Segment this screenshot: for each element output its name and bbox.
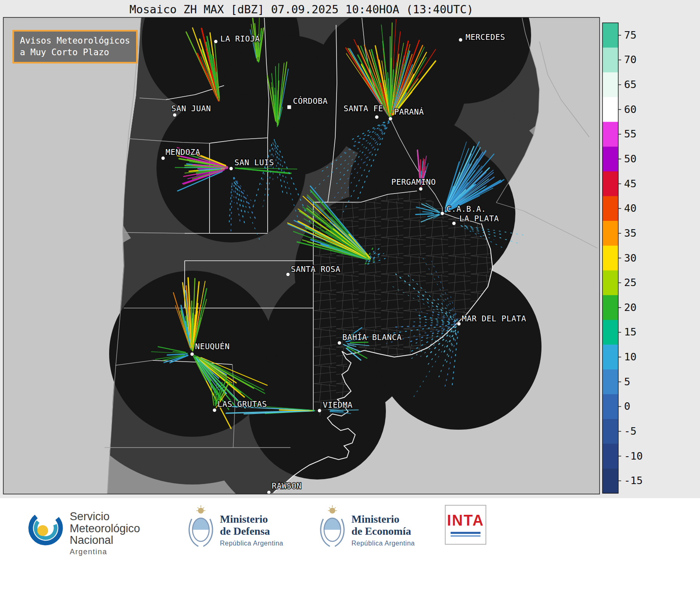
colorbar-cell <box>602 394 618 419</box>
colorbar-tick-label: 70 <box>624 54 637 66</box>
defensa-sub: República Argentina <box>220 540 283 547</box>
warning-line2: a Muy Corto Plazo <box>20 46 130 58</box>
colorbar: 757065605550454035302520151050-5-10-15 <box>602 23 643 494</box>
colorbar-tick-label: 35 <box>624 227 637 239</box>
city-label: SANTA ROSA <box>291 264 340 274</box>
city-marker <box>419 187 423 191</box>
city-label: LA RIOJA <box>220 34 260 43</box>
echo-streak <box>330 411 343 411</box>
echo-streak <box>214 387 215 401</box>
colorbar-cell <box>602 221 618 246</box>
colorbar-tick-label: 10 <box>624 351 637 363</box>
smn-line2: Meteorológico <box>70 523 140 535</box>
city-marker <box>452 222 456 225</box>
city-marker <box>229 167 233 171</box>
colorbar-tick-label: -5 <box>624 425 637 437</box>
city-marker <box>375 115 379 119</box>
defensa-coat-of-arms-icon <box>186 504 216 554</box>
city-marker <box>213 409 217 412</box>
colorbar-tick-label: 25 <box>624 276 637 289</box>
page-title: Mosaico ZH MAX [dBZ] 07.09.2025 10:40HOA… <box>3 3 600 16</box>
echo-streak <box>192 305 192 342</box>
city-label: C.A.B.A. <box>446 204 486 213</box>
city-label: MERCEDES <box>466 32 505 42</box>
city-label: SAN JUAN <box>171 104 211 113</box>
city-label: LAS GRUTAS <box>217 399 267 409</box>
smn-sub: Argentina <box>70 548 140 556</box>
colorbar-tick-label: -15 <box>624 475 643 487</box>
city: LA RIOJA <box>214 34 260 44</box>
warning-line1: Avisos Meteorológicos <box>20 35 130 46</box>
colorbar-tick-label: -10 <box>624 450 643 462</box>
city-label: LA PLATA <box>459 214 499 223</box>
colorbar-cell <box>602 270 618 295</box>
defensa-line2: de Defensa <box>220 525 283 537</box>
colorbar-cell <box>602 171 618 196</box>
radar-mosaic-page: LA RIOJAMERCEDESSAN JUANCÓRDOBASANTA FEP… <box>0 0 700 597</box>
city-label: SAN LUIS <box>234 158 274 167</box>
colorbar-cell <box>602 444 618 469</box>
colorbar-tick-label: 45 <box>624 178 637 190</box>
colorbar-cell <box>602 48 618 73</box>
warning-banner: Avisos Meteorológicos a Muy Corto Plazo <box>12 30 138 64</box>
smn-line3: Nacional <box>70 534 140 546</box>
colorbar-tick-label: 55 <box>624 128 637 140</box>
city-marker <box>338 341 341 345</box>
echo-streak <box>350 342 368 343</box>
echo-streak <box>416 214 434 215</box>
footer: Servicio Meteorológico Nacional Argentin… <box>0 498 700 597</box>
city-marker <box>286 273 290 276</box>
colorbar-cell <box>602 23 618 48</box>
colorbar-cell <box>602 72 618 97</box>
colorbar-cell <box>602 345 618 369</box>
smn-logo <box>25 507 66 549</box>
colorbar-tick-label: 60 <box>624 103 637 115</box>
colorbar-cell <box>602 369 618 394</box>
colorbar-cell <box>602 122 618 147</box>
echo-streak <box>331 410 359 410</box>
colorbar-tick-label: 0 <box>624 400 630 412</box>
smn-wordmark: Servicio Meteorológico Nacional Argentin… <box>70 511 140 556</box>
colorbar-tick-label: 15 <box>624 326 637 338</box>
city-label: SANTA FE <box>344 104 383 113</box>
city-label: PERGAMINO <box>391 177 436 186</box>
map-plot-area: LA RIOJAMERCEDESSAN JUANCÓRDOBASANTA FEP… <box>3 0 600 527</box>
economia-wordmark: Ministerio de Economía República Argenti… <box>351 513 415 547</box>
city-label: RAWSON <box>272 481 302 490</box>
colorbar-cell <box>602 147 618 171</box>
colorbar-cell <box>602 419 618 444</box>
colorbar-cell <box>602 196 618 221</box>
colorbar-cell <box>602 246 618 271</box>
economia-line1: Ministerio <box>351 513 415 525</box>
city-marker <box>173 113 177 117</box>
city-marker <box>318 409 322 413</box>
colorbar-cell <box>602 97 618 122</box>
city-label: CÓRDOBA <box>293 96 328 105</box>
city-marker <box>214 40 218 44</box>
colorbar-cell <box>602 295 618 320</box>
city-marker <box>457 322 461 326</box>
city-label: NEUQUÉN <box>195 342 230 351</box>
city-label: MAR DEL PLATA <box>462 314 526 323</box>
city-label: PARANÁ <box>394 107 424 116</box>
colorbar-cell <box>602 468 618 493</box>
city-marker <box>287 105 291 109</box>
city-marker <box>441 212 444 215</box>
city-marker <box>161 157 165 160</box>
inta-stripes <box>451 531 480 537</box>
city: MERCEDES <box>459 32 505 42</box>
inta-logo: INTA <box>445 505 486 545</box>
smn-line1: Servicio <box>70 511 140 523</box>
economia-sub: República Argentina <box>351 540 415 547</box>
city-marker <box>267 491 271 494</box>
city-label: MENDOZA <box>166 147 200 157</box>
colorbar-tick-label: 5 <box>624 376 630 388</box>
colorbar-tick-label: 50 <box>624 153 637 165</box>
city-marker <box>459 38 463 42</box>
defensa-line1: Ministerio <box>220 513 283 525</box>
defensa-wordmark: Ministerio de Defensa República Argentin… <box>220 513 283 547</box>
city-label: VIEDMA <box>323 400 353 409</box>
city-label: BAHÍA BLANCA <box>342 333 402 342</box>
colorbar-tick-label: 20 <box>624 301 637 313</box>
city-marker <box>389 117 393 121</box>
